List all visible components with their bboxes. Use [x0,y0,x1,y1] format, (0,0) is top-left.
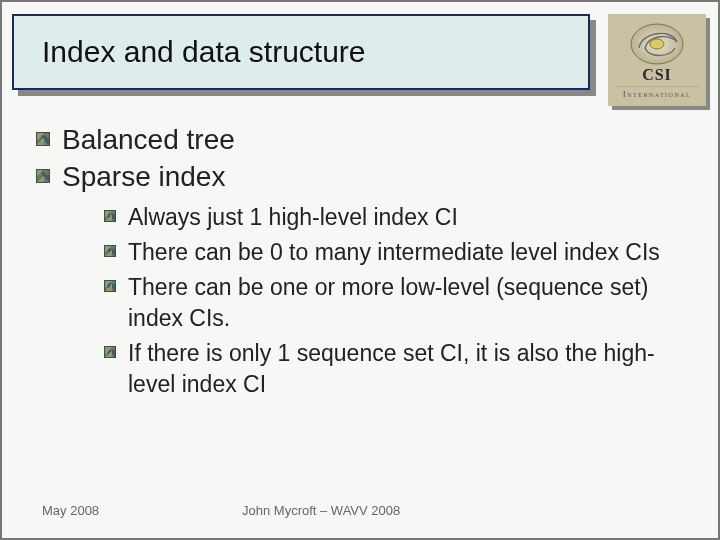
list-item: Sparse index Always just 1 high-level in… [36,159,684,400]
logo-text-line2: International [615,86,699,99]
list-item: There can be 0 to many intermediate leve… [104,237,684,268]
bullet-text: There can be 0 to many intermediate leve… [128,239,660,265]
list-item: If there is only 1 sequence set CI, it i… [104,338,684,400]
bullet-text: If there is only 1 sequence set CI, it i… [128,340,655,397]
bullet-text: Always just 1 high-level index CI [128,204,458,230]
footer-author: John Mycroft – WAVV 2008 [242,503,400,518]
bullet-text: Balanced tree [62,124,235,155]
slide-title: Index and data structure [42,35,366,69]
content-area: Balanced tree Sparse index Always just 1… [36,122,684,404]
list-item: Balanced tree [36,122,684,157]
csi-swirl-icon [627,18,687,68]
list-item: Always just 1 high-level index CI [104,202,684,233]
bullet-list-level2: Always just 1 high-level index CI There … [62,202,684,400]
logo-text-line1: CSI [642,66,672,84]
bullet-list-level1: Balanced tree Sparse index Always just 1… [36,122,684,400]
svg-point-1 [650,39,664,49]
bullet-text: Sparse index [62,161,225,192]
slide: Index and data structure CSI Internation… [0,0,720,540]
logo-card: CSI International [608,14,706,106]
footer-date: May 2008 [42,503,242,518]
footer: May 2008 John Mycroft – WAVV 2008 [42,503,678,518]
list-item: There can be one or more low-level (sequ… [104,272,684,334]
title-bar: Index and data structure CSI Internation… [12,14,712,90]
bullet-text: There can be one or more low-level (sequ… [128,274,648,331]
title-box: Index and data structure [12,14,590,90]
